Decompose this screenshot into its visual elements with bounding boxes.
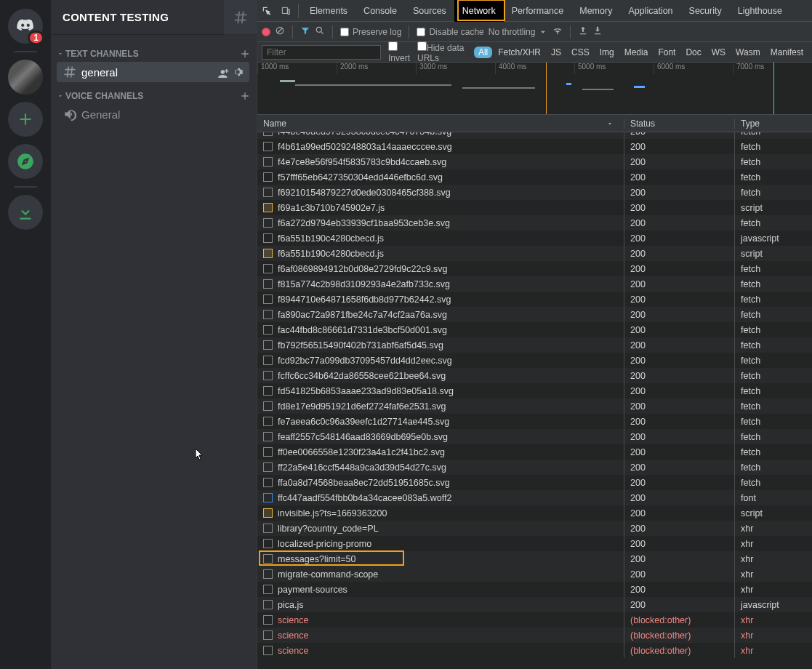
request-type: xhr [735,566,812,582]
network-row[interactable]: fcd92bc77a099db37095457dd4dd2eec.svg200f… [257,353,812,368]
category-voice-channels[interactable]: VOICE CHANNELS [57,83,255,103]
channel-general-voice[interactable]: General [57,104,249,124]
home-button[interactable]: 1 [8,9,43,44]
channel-general-text[interactable]: general [57,62,249,82]
export-har-button[interactable] [592,25,603,38]
network-row[interactable]: ffc447aadf554fbb0b4a34cacee083a5.woff220… [257,490,812,505]
chip-manifest[interactable]: Manifest [766,47,808,58]
tab-sources[interactable]: Sources [405,0,454,22]
request-status: 200 [624,139,735,154]
request-name: feaff2557c548146aad83669db695e0b.svg [278,432,448,442]
request-status: 200 [624,169,735,185]
network-row[interactable]: fd8e17e9d951921d6ef2724faf6e2531.svg200f… [257,398,812,414]
chip-wasm[interactable]: Wasm [731,47,765,58]
filter-input[interactable] [262,45,381,60]
network-row[interactable]: f57fff65eb6427350304edd446efbc6d.svg200f… [257,169,812,185]
chip-img[interactable]: Img [595,47,619,58]
network-row[interactable]: fb792f56515490f402b731abf6af5d45.svg200f… [257,337,812,353]
network-row[interactable]: f8944710e64871658f6db8d977b62442.svg200f… [257,292,812,307]
timeline-waterfall [280,79,801,110]
request-name: fcd92bc77a099db37095457dd4dd2eec.svg [278,356,452,366]
network-row[interactable]: library?country_code=PL200xhr [257,521,812,536]
network-row[interactable]: fe7aeea6c0c96a39eefc1d27714ae445.svg200f… [257,414,812,429]
network-row[interactable]: ffa0a8d74568beaa8ec72dd51951685c.svg200f… [257,475,812,490]
network-row[interactable]: f6af0869894912b0d08e2729fd9c22c9.svg200f… [257,261,812,276]
network-row[interactable]: f4b61a99ed5029248803a14aaaecccee.svg200f… [257,139,812,154]
tab-console[interactable]: Console [355,0,405,22]
tab-elements[interactable]: Elements [302,0,355,22]
network-row[interactable]: f6a272d9794eb33939cf1baa953ceb3e.svg200f… [257,215,812,231]
network-row[interactable]: localized-pricing-promo200xhr [257,536,812,551]
chip-css[interactable]: CSS [567,47,594,58]
network-row[interactable]: feaff2557c548146aad83669db695e0b.svg200f… [257,429,812,444]
chip-font[interactable]: Font [654,47,680,58]
invert-checkbox[interactable]: Invert [388,41,410,63]
request-name: messages?limit=50 [278,554,355,564]
channel-name: General [81,108,244,121]
gear-icon[interactable] [232,66,244,78]
throttling-select[interactable]: No throttling [489,27,549,37]
file-icon [263,569,273,579]
network-row[interactable]: f815a774c2b98d3109293a4e2afb733c.svg200f… [257,276,812,292]
tab-lighthouse[interactable]: Lighthouse [730,0,790,22]
plus-icon[interactable] [239,90,251,102]
tab-performance[interactable]: Performance [504,0,572,22]
chip-media[interactable]: Media [620,47,653,58]
network-row[interactable]: migrate-command-scope200xhr [257,566,812,582]
network-row[interactable]: invisible.js?ts=1669363200200script [257,505,812,521]
chip-doc[interactable]: Doc [681,47,705,58]
clear-button[interactable] [275,25,285,38]
network-row[interactable]: ff0ee0066558e1230f23a4a1c2f41bc2.svg200f… [257,444,812,460]
preserve-log-checkbox[interactable]: Preserve log [340,27,401,37]
request-type: fetch [735,414,812,429]
network-row[interactable]: f44be40ded9792938c0dcec4c470734b.svg200f… [257,132,812,139]
tab-network[interactable]: Network [454,0,504,22]
file-icon [263,524,273,533]
tab-security[interactable]: Security [681,0,730,22]
col-status[interactable]: Status [624,119,735,129]
network-row[interactable]: payment-sources200xhr [257,582,812,597]
network-row[interactable]: fac44fbd8c86661d7331de3bcf50d001.svg200f… [257,322,812,337]
col-name[interactable]: Name [257,119,624,129]
network-row[interactable]: f6a551b190c4280cbecd.js200script [257,246,812,261]
inspect-element-button[interactable] [257,6,276,16]
chip-fetchxhr[interactable]: Fetch/XHR [494,47,545,58]
network-row[interactable]: science(blocked:other)xhr [257,643,812,658]
network-row[interactable]: science(blocked:other)xhr [257,612,812,628]
explore-button[interactable] [8,144,43,179]
tab-memory[interactable]: Memory [571,0,620,22]
download-apps-button[interactable] [8,195,43,230]
add-server-button[interactable] [8,102,43,137]
network-row[interactable]: fd541825b6853aaae233ad9d83e05a18.svg200f… [257,383,812,398]
network-row[interactable]: ff22a5e416ccf5448a9ca3d39d54d27c.svg200f… [257,460,812,475]
network-timeline[interactable]: 1000 ms2000 ms3000 ms4000 ms5000 ms6000 … [257,63,812,115]
chip-all[interactable]: All [474,47,492,58]
network-row[interactable]: science(blocked:other)xhr [257,628,812,643]
chip-js[interactable]: JS [547,47,566,58]
network-row[interactable]: fcffc6cc34b642da86558cee621bee64.svg200f… [257,368,812,383]
network-row[interactable]: f6a551b190c4280cbecd.js200javascript [257,231,812,246]
invite-icon[interactable] [217,66,229,78]
device-toolbar-button[interactable] [276,6,295,16]
server-avatar[interactable] [8,60,43,95]
hide-data-urls-checkbox[interactable]: Hide data URLs [417,41,467,63]
import-har-button[interactable] [578,25,588,38]
network-row[interactable]: pica.js200javascript [257,597,812,612]
plus-icon[interactable] [239,48,251,60]
chip-ws[interactable]: WS [707,47,730,58]
network-conditions-button[interactable] [552,25,563,38]
col-type[interactable]: Type [735,119,812,129]
network-row[interactable]: f69210154879227d0ede0308465cf388.svg200f… [257,185,812,200]
network-row[interactable]: messages?limit=50200xhr [257,551,812,566]
category-text-channels[interactable]: TEXT CHANNELS [57,41,255,61]
network-rows: f44be40ded9792938c0dcec4c470734b.svg200f… [257,132,812,669]
search-button[interactable] [315,25,325,38]
device-icon [281,6,291,16]
disable-cache-checkbox[interactable]: Disable cache [417,27,483,37]
filter-toggle[interactable] [300,25,310,38]
network-row[interactable]: f4e7ce8e56f954f5835783c9bd4ccaeb.svg200f… [257,154,812,169]
record-button[interactable] [262,28,270,36]
network-row[interactable]: f69a1c3b710b745902e7.js200script [257,200,812,215]
tab-application[interactable]: Application [620,0,680,22]
network-row[interactable]: fa890ac72a9871fbe24c7a74cf2aa76a.svg200f… [257,307,812,322]
